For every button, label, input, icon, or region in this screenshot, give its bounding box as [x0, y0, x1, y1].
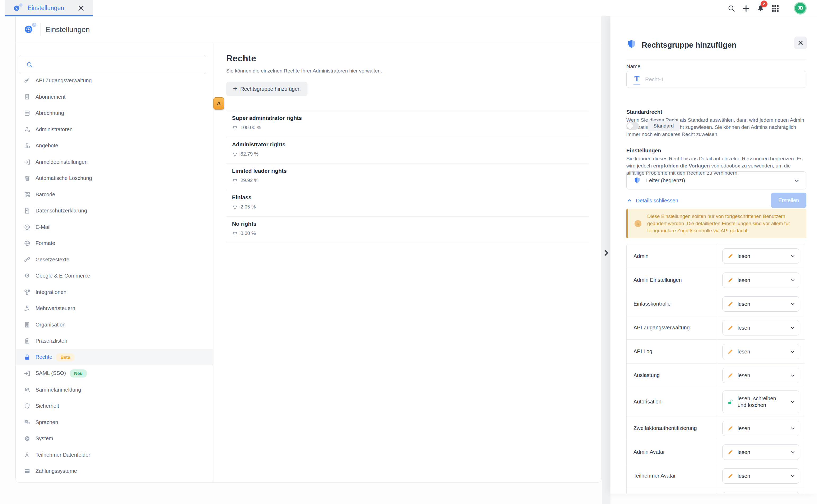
scale-icon — [232, 204, 238, 210]
sidebar-item-pr-senzlisten[interactable]: Präsenzlisten — [16, 333, 213, 349]
sidebar-item-label: Datenschutzerklärung — [35, 208, 87, 214]
sidebar-item-barcode[interactable]: Barcode — [16, 187, 213, 203]
status-badge: Neu — [70, 369, 87, 378]
keyboard-hint-badge: A — [214, 97, 224, 110]
sidebar-item-organisation[interactable]: Organisation — [16, 317, 213, 333]
permission-level-select[interactable]: lesen — [723, 492, 799, 494]
pencil-icon — [727, 473, 734, 479]
avatar[interactable]: JB — [794, 2, 807, 15]
permission-resource: API Zugangsverwaltung — [634, 316, 690, 339]
rights-group-row[interactable]: Limited leader rights 29.92 % — [226, 164, 589, 190]
shield-icon — [626, 39, 637, 50]
search-input[interactable] — [38, 56, 202, 73]
sidebar-item-system[interactable]: System — [16, 430, 213, 447]
add-rights-group-button[interactable]: + Rechtsgruppe hinzufügen — [226, 82, 308, 96]
sidebar-item-e-mail[interactable]: E-Mail — [16, 219, 213, 235]
sidebar-item-sprachen[interactable]: AaSprachen — [16, 414, 213, 431]
apps-grid-icon[interactable] — [771, 4, 779, 13]
svg-text:a: a — [28, 421, 29, 424]
tab-active-underline — [5, 15, 93, 16]
sidebar-item-label: Automatische Löschung — [35, 175, 92, 181]
permission-level-select[interactable]: lesen — [723, 320, 799, 335]
sidebar-item-rechte[interactable]: RechteBeta — [16, 349, 213, 366]
sidebar-item-label: Sammelanmeldung — [35, 387, 81, 393]
template-select-value: Leiter (begrenzt) — [646, 172, 685, 189]
permission-level-select[interactable]: lesen — [723, 468, 799, 484]
cubes-icon — [24, 142, 31, 149]
rights-group-row[interactable]: Administrator rights 82.79 % — [226, 137, 589, 164]
sidebar-item-label: Präsenzlisten — [35, 338, 67, 344]
rights-group-list: Super administrator rights 100.00 % Admi… — [226, 111, 589, 243]
chevron-down-icon — [789, 372, 796, 379]
name-field[interactable] — [645, 71, 801, 87]
sidebar-item-label: SAML (SSO)Neu — [35, 369, 87, 378]
sidebar-item-administratoren[interactable]: Administratoren — [16, 121, 213, 138]
sidebar-item-sicherheit[interactable]: Sicherheit — [16, 398, 213, 414]
permission-resource: Zweifaktorauthentifizierung — [634, 416, 697, 440]
close-icon[interactable] — [794, 37, 807, 49]
sidebar-item-gesetzestexte[interactable]: Gesetzestexte — [16, 252, 213, 268]
tab-close-icon[interactable] — [77, 4, 85, 12]
sidebar-item-integrationen[interactable]: Integrationen — [16, 284, 213, 301]
sidebar-item-sammelanmeldung[interactable]: Sammelanmeldung — [16, 382, 213, 398]
permission-level-select[interactable]: lesen — [723, 368, 799, 383]
sidebar-item-angebote[interactable]: Angebote — [16, 138, 213, 154]
template-select[interactable]: Leiter (begrenzt) — [626, 171, 806, 189]
search-icon[interactable] — [727, 4, 736, 13]
sidebar-item-formate[interactable]: Formate — [16, 235, 213, 252]
permission-level-select[interactable]: lesen — [723, 344, 799, 359]
permission-resource: Admin — [634, 244, 649, 268]
svg-text:G: G — [25, 273, 29, 279]
page-title: Einstellungen — [45, 16, 90, 43]
rights-group-percent: 29.92 % — [241, 178, 259, 183]
sidebar-item-list: API ZugangsverwaltungAbonnementAbrechnun… — [16, 72, 213, 479]
abacus-icon — [24, 110, 31, 117]
document-icon — [24, 207, 31, 214]
permission-level-select[interactable]: lesen — [723, 421, 799, 436]
permission-row: Admin Einstellungen lesen — [627, 268, 805, 292]
plus-icon: + — [233, 85, 237, 92]
main-content: Rechte Sie können die einzelnen Rechte I… — [214, 43, 601, 482]
sidebar-item-mehrwertsteuern[interactable]: $Mehrwertsteuern — [16, 300, 213, 317]
search-icon — [26, 61, 33, 69]
permission-row: Admin lesen — [627, 244, 805, 268]
sidebar-item-abonnement[interactable]: Abonnement — [16, 89, 213, 105]
permission-level-select[interactable]: lesen — [723, 444, 799, 460]
globe-icon — [24, 240, 31, 247]
details-close-link[interactable]: Details schliessen — [626, 197, 678, 204]
rights-group-name: Einlass — [232, 194, 252, 201]
rights-group-row[interactable]: Super administrator rights 100.00 % — [226, 111, 589, 137]
shield-icon — [24, 402, 31, 410]
sidebar-item-google-e-commerce[interactable]: GGoogle & E-Commerce — [16, 268, 213, 284]
permission-row: Admin Avatar lesen — [627, 440, 805, 464]
permission-level-select[interactable]: lesen, schreiben und löschen — [723, 391, 799, 413]
rights-group-percent: 100.00 % — [241, 125, 261, 130]
permission-level-value: lesen — [738, 348, 785, 355]
permission-level-value: lesen — [738, 425, 785, 432]
sidebar-item-datenschutzerkl-rung[interactable]: Datenschutzerklärung — [16, 203, 213, 219]
sidebar-item-zahlungssysteme[interactable]: Zahlungssysteme — [16, 463, 213, 479]
rights-group-name: Administrator rights — [232, 141, 286, 148]
sidebar-item-saml-sso-[interactable]: SAML (SSO)Neu — [16, 365, 213, 382]
sidebar-item-abrechnung[interactable]: Abrechnung — [16, 105, 213, 121]
sidebar-item-anmeldeeinstellungen[interactable]: Anmeldeeinstellungen — [16, 154, 213, 170]
rights-group-row[interactable]: No rights 0.00 % — [226, 216, 589, 243]
chevron-down-icon — [789, 325, 796, 331]
permission-level-select[interactable]: lesen — [723, 273, 799, 288]
standard-toggle[interactable] — [626, 122, 639, 130]
sidebar-item-api-zugangsverwaltung[interactable]: API Zugangsverwaltung — [16, 72, 213, 89]
chevron-down-icon — [789, 253, 796, 259]
tab-einstellungen[interactable]: Einstellungen — [5, 0, 93, 16]
login-arrow-icon — [24, 158, 31, 166]
permission-level-select[interactable]: lesen — [723, 296, 799, 312]
rights-group-row[interactable]: Einlass 2.05 % — [226, 190, 589, 216]
add-icon[interactable] — [742, 4, 750, 13]
sidebar-item-automatische-l-schung[interactable]: Automatische Löschung — [16, 170, 213, 187]
create-button[interactable]: Erstellen — [771, 193, 806, 208]
settings-heading: Einstellungen — [626, 148, 661, 154]
permission-level-select[interactable]: lesen — [723, 248, 799, 264]
translate-icon: Aa — [24, 419, 31, 426]
chevron-right-icon[interactable] — [602, 247, 610, 259]
building-icon — [24, 321, 31, 328]
sidebar-item-teilnehmer-datenfelder[interactable]: Teilnehmer Datenfelder — [16, 447, 213, 463]
